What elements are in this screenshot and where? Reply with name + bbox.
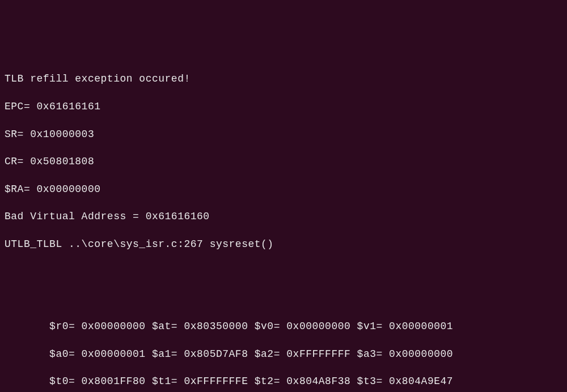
bad-virtual-address: Bad Virtual Address = 0x61616160 <box>5 210 562 223</box>
terminal-output: TLB refill exception occured! EPC= 0x616… <box>5 58 562 392</box>
cr-register: CR= 0x50801808 <box>5 155 562 168</box>
spacer <box>5 265 562 279</box>
exception-title: TLB refill exception occured! <box>5 72 562 86</box>
ra-register: $RA= 0x00000000 <box>5 182 562 196</box>
spacer <box>5 292 562 306</box>
register-row-1: $a0= 0x00000001 $a1= 0x805D7AF8 $a2= 0xF… <box>5 347 562 361</box>
source-location: UTLB_TLBL ..\core\sys_isr.c:267 sysreset… <box>5 237 562 251</box>
sr-register: SR= 0x10000003 <box>5 127 562 141</box>
register-row-2: $t0= 0x8001FF80 $t1= 0xFFFFFFFE $t2= 0x8… <box>5 374 562 388</box>
register-row-0: $r0= 0x00000000 $at= 0x80350000 $v0= 0x0… <box>5 319 562 333</box>
epc-register: EPC= 0x61616161 <box>5 100 562 113</box>
